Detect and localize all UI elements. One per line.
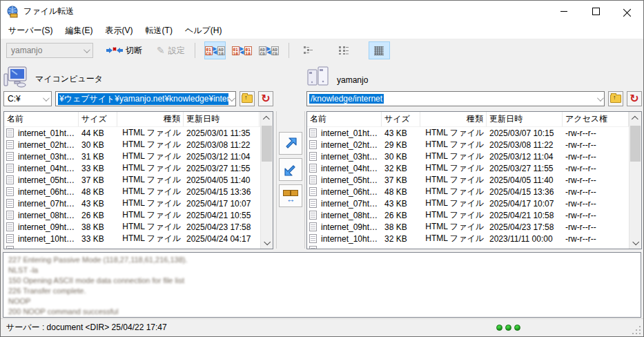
cell-type: HTML ファイル bbox=[117, 151, 184, 162]
transfer-log[interactable]: 227 Entering Passive Mode (118,27,118,61… bbox=[3, 252, 641, 318]
column-header-1[interactable]: サイズ bbox=[79, 112, 117, 126]
file-row[interactable]: internet_06ht…48 KBHTML ファイル2025/04/15 1… bbox=[4, 186, 273, 198]
scroll-thumb[interactable] bbox=[630, 126, 641, 162]
mirror-button[interactable]: ↔ bbox=[279, 184, 302, 207]
scroll-up-icon[interactable] bbox=[261, 112, 273, 123]
file-icon bbox=[307, 187, 318, 196]
cell-size: 43 KB bbox=[79, 199, 117, 209]
file-icon bbox=[4, 152, 15, 161]
toolbar-separator bbox=[289, 43, 289, 58]
column-header-1[interactable]: サイズ bbox=[382, 112, 420, 126]
file-row[interactable]: internet_07ht…43 KBHTML ファイル2025/04/17 1… bbox=[307, 198, 641, 209]
cell-name: internet_09ht… bbox=[15, 222, 79, 232]
file-row[interactable]: internet_10ht…32 KBHTML ファイル2023/11/11 0… bbox=[307, 233, 641, 244]
status-light bbox=[514, 325, 520, 331]
maximize-icon bbox=[592, 8, 600, 15]
column-header-3[interactable]: 更新日時 bbox=[487, 112, 563, 126]
cell-size: 29 KB bbox=[382, 140, 420, 150]
minimize-button[interactable] bbox=[548, 1, 580, 22]
cell-date: 2025/03/12 11:04 bbox=[184, 152, 260, 162]
disconnect-button[interactable]: 切断 bbox=[103, 43, 146, 59]
file-row[interactable]: internet_07ht…43 KBHTML ファイル2025/04/17 1… bbox=[4, 198, 273, 209]
column-header-3[interactable]: 更新日時 bbox=[184, 112, 260, 126]
cell-date: 2023/11/11 00:00 bbox=[487, 234, 563, 244]
column-header-0[interactable]: 名前 bbox=[307, 112, 382, 126]
cell-date: 2025/03/27 11:55 bbox=[487, 164, 563, 173]
download-button[interactable] bbox=[279, 158, 302, 181]
file-row[interactable]: internet_08ht…26 KBHTML ファイル2025/04/21 1… bbox=[4, 209, 273, 221]
file-row[interactable]: internet_01ht…43 KBHTML ファイル2025/03/07 1… bbox=[307, 127, 641, 139]
remote-scrollbar[interactable] bbox=[629, 112, 641, 249]
cell-name: internet_01ht… bbox=[318, 128, 382, 138]
transfer-mode-binary-button[interactable]: ADCD▶◀ADCD bbox=[258, 41, 280, 59]
local-up-folder-button[interactable] bbox=[240, 91, 255, 106]
maximize-button[interactable] bbox=[580, 1, 612, 22]
file-row[interactable]: internet_02ht…30 KBHTML ファイル2025/03/08 1… bbox=[4, 139, 273, 151]
file-row[interactable]: internet_04ht…32 KBHTML ファイル2025/03/27 1… bbox=[307, 162, 641, 174]
menu-item-2[interactable]: 表示(V) bbox=[99, 23, 139, 39]
menu-item-3[interactable]: 転送(T) bbox=[139, 23, 179, 39]
scroll-down-icon[interactable] bbox=[630, 238, 641, 249]
file-row[interactable]: internet_01ht…44 KBHTML ファイル2025/03/01 1… bbox=[4, 127, 273, 139]
view-tree-large-button[interactable] bbox=[333, 41, 355, 59]
resize-grip[interactable] bbox=[632, 325, 641, 334]
cell-size: 30 KB bbox=[382, 152, 420, 162]
remote-up-folder-button[interactable] bbox=[608, 91, 623, 106]
cell-size: 32 KB bbox=[382, 234, 420, 244]
remote-path-input[interactable]: /knowledge/internet bbox=[306, 91, 605, 106]
cell-size: 48 KB bbox=[79, 187, 117, 197]
host-select[interactable]: yamanjo bbox=[6, 43, 93, 58]
file-row[interactable]: internet_10ht…33 KBHTML ファイル2025/04/24 0… bbox=[4, 233, 273, 244]
settings-button[interactable]: 設定 bbox=[165, 43, 188, 59]
file-row[interactable]: internet_03ht…30 KBHTML ファイル2025/03/12 1… bbox=[307, 151, 641, 162]
scroll-down-icon[interactable] bbox=[261, 238, 273, 249]
cell-type: HTML ファイル bbox=[420, 162, 487, 174]
menu-item-0[interactable]: サーバー(S) bbox=[2, 23, 59, 39]
file-row[interactable]: internet_05ht…37 KBHTML ファイル2025/04/05 1… bbox=[4, 174, 273, 186]
cell-type: HTML ファイル bbox=[420, 221, 487, 233]
folder-up-icon bbox=[242, 95, 253, 103]
column-header-4[interactable]: アクセス権 bbox=[563, 112, 629, 126]
cell-perm: -rw-r--r-- bbox=[563, 175, 629, 185]
cell-type: HTML ファイル bbox=[117, 209, 184, 221]
file-row[interactable]: internet_09ht…38 KBHTML ファイル2025/04/23 1… bbox=[307, 221, 641, 233]
menu-item-4[interactable]: ヘルプ(H) bbox=[179, 23, 228, 39]
cell-size: 33 KB bbox=[79, 164, 117, 173]
close-button[interactable] bbox=[612, 1, 643, 22]
upload-arrow-icon bbox=[284, 137, 297, 151]
cell-type: HTML ファイル bbox=[117, 127, 184, 139]
column-header-2[interactable]: 種類 bbox=[117, 112, 184, 126]
file-row[interactable]: internet_05ht…37 KBHTML ファイル2025/04/05 1… bbox=[307, 174, 641, 186]
column-header-2[interactable]: 種類 bbox=[420, 112, 487, 126]
view-tree-small-button[interactable] bbox=[298, 41, 320, 59]
column-header-0[interactable]: 名前 bbox=[4, 112, 79, 126]
panel-divider bbox=[304, 111, 305, 249]
cell-date: 2025/03/08 11:22 bbox=[184, 140, 260, 150]
drive-select[interactable]: C:¥ bbox=[3, 91, 52, 106]
file-row[interactable]: internet_02ht…29 KBHTML ファイル2025/03/08 1… bbox=[307, 139, 641, 151]
edit-settings-icon[interactable]: ✎ bbox=[157, 45, 165, 56]
file-row[interactable]: internet_03ht…31 KBHTML ファイル2025/03/12 1… bbox=[4, 151, 273, 162]
file-row-partial bbox=[4, 244, 273, 249]
scroll-thumb[interactable] bbox=[262, 126, 272, 162]
upload-button[interactable] bbox=[279, 132, 302, 155]
file-row[interactable]: internet_06ht…48 KBHTML ファイル2025/04/15 1… bbox=[307, 186, 641, 198]
view-detail-button[interactable] bbox=[369, 41, 390, 59]
file-row[interactable]: internet_04ht…33 KBHTML ファイル2025/03/27 1… bbox=[4, 162, 273, 174]
cell-type: HTML ファイル bbox=[420, 139, 487, 151]
remote-refresh-button[interactable]: ↻ bbox=[627, 91, 642, 106]
cell-name: internet_07ht… bbox=[15, 199, 79, 209]
local-refresh-button[interactable]: ↻ bbox=[258, 91, 273, 106]
file-icon bbox=[307, 128, 318, 137]
transfer-mode-ascii-button[interactable]: 0110▶◀0110 bbox=[231, 41, 253, 59]
cell-size: 37 KB bbox=[382, 175, 420, 185]
menu-item-1[interactable]: 編集(E) bbox=[59, 23, 99, 39]
cell-type: HTML ファイル bbox=[117, 186, 184, 198]
log-line: NOOP bbox=[8, 297, 636, 307]
local-scrollbar[interactable] bbox=[260, 112, 273, 249]
local-path-input[interactable]: ¥ウェブサイト¥yamanjo.net¥knowledge¥internet bbox=[55, 91, 236, 106]
transfer-mode-auto-button[interactable]: 01CD▶◀AD10 bbox=[204, 41, 226, 59]
file-row[interactable]: internet_08ht…26 KBHTML ファイル2025/04/21 1… bbox=[307, 209, 641, 221]
file-row[interactable]: internet_09ht…38 KBHTML ファイル2025/04/23 1… bbox=[4, 221, 273, 233]
scroll-up-icon[interactable] bbox=[630, 112, 641, 123]
